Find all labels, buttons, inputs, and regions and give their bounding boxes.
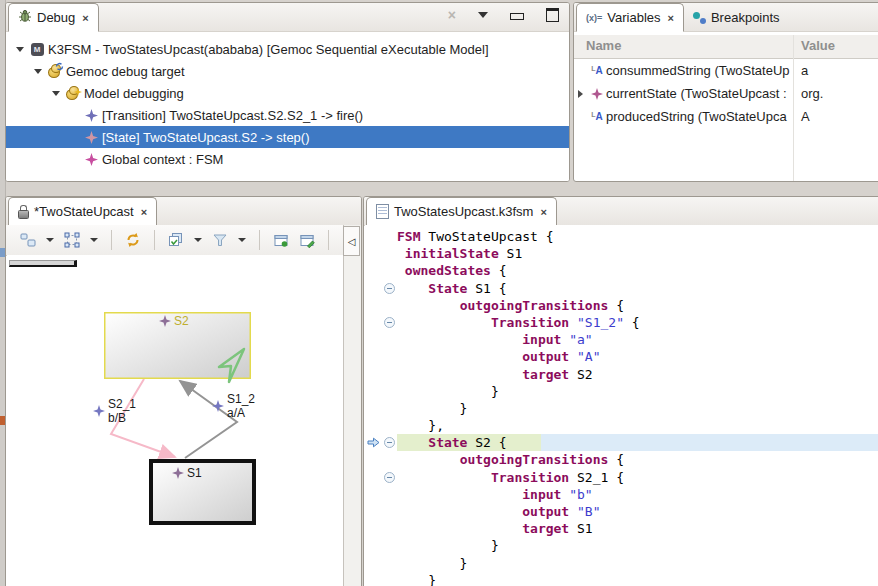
tree-row[interactable]: Global context : FSM [6, 148, 569, 170]
gutter [381, 400, 397, 417]
code-line[interactable]: Transition S2_1 { [365, 469, 878, 486]
fold-marker-icon[interactable] [381, 314, 397, 331]
code-line[interactable]: FSM TwoStateUpcast { [365, 228, 878, 245]
code-line[interactable]: input "a" [365, 331, 878, 348]
column-header-value[interactable]: Value [801, 38, 835, 53]
palette-collapse-icon[interactable]: ◁ [343, 226, 360, 256]
code-text: Transition "S1_2" { [397, 314, 640, 331]
code-text: } [397, 383, 499, 400]
gutter [365, 537, 381, 554]
arrange-dropdown-icon[interactable] [46, 238, 54, 242]
code-line[interactable]: } [365, 400, 878, 417]
code-line-current[interactable]: State S2 { [365, 434, 878, 451]
state-node-S1[interactable] [151, 461, 254, 523]
state-label-S1[interactable]: S1 [172, 466, 202, 480]
gutter [365, 503, 381, 520]
tab-diagram[interactable]: *TwoStateUpcast [8, 197, 157, 226]
code-line[interactable]: }, [365, 417, 878, 434]
code-line[interactable]: outgoingTransitions { [365, 451, 878, 468]
tree-row[interactable]: [Transition] TwoStateUpcast.S2.S2_1 -> f… [6, 104, 569, 126]
fold-marker-icon[interactable] [381, 434, 397, 451]
tab-k3fsm-file[interactable]: TwoStatesUpcast.k3fsm [366, 197, 557, 226]
debug-view: Debug MK3FSM - TwoStatesUpcast(abababa) … [5, 2, 570, 182]
remove-terminated-icon[interactable] [448, 8, 456, 22]
code-line[interactable]: target S1 [365, 520, 878, 537]
debug-bug-icon [18, 9, 32, 26]
debug-tree: MK3FSM - TwoStatesUpcast(abababa) [Gemoc… [6, 33, 569, 181]
arrange-all-icon[interactable] [18, 229, 38, 251]
gutter [365, 331, 381, 348]
tree-row[interactable]: [State] TwoStateUpcast.S2 -> step() [6, 126, 569, 148]
code-line[interactable]: } [365, 383, 878, 400]
variable-value: a [801, 63, 808, 78]
gutter [381, 503, 397, 520]
tab-breakpoints[interactable]: Breakpoints [684, 4, 789, 31]
gutter [365, 555, 381, 572]
tab-label: Breakpoints [711, 10, 780, 25]
variable-row[interactable]: LAproducedString (TwoStateUpcaA [574, 105, 878, 128]
code-area[interactable]: FSM TwoStateUpcast { initialState S1 own… [365, 225, 878, 586]
fold-marker-icon[interactable] [381, 280, 397, 297]
close-icon[interactable] [668, 12, 674, 24]
align-icon[interactable] [62, 229, 82, 251]
tree-row[interactable]: MK3FSM - TwoStatesUpcast(abababa) [Gemoc… [6, 38, 569, 60]
close-icon[interactable] [540, 206, 546, 218]
filter-dropdown-icon[interactable] [238, 238, 246, 242]
state-label-S2[interactable]: S2 [159, 314, 189, 328]
star-magenta-icon [82, 151, 100, 167]
toolbar-separator [111, 230, 112, 250]
code-text: input "b" [397, 486, 593, 503]
view-menu-icon[interactable] [478, 12, 488, 18]
filter-icon[interactable] [210, 229, 230, 251]
variables-tabbar: (x)= Variables Breakpoints [574, 3, 878, 32]
breakpoints-icon [693, 12, 706, 24]
code-editor: TwoStatesUpcast.k3fsm FSM TwoStateUpcast… [363, 196, 878, 586]
code-line[interactable]: target S2 [365, 366, 878, 383]
refresh-icon[interactable] [123, 229, 143, 251]
code-line[interactable]: } [365, 572, 878, 586]
fold-marker-icon[interactable] [381, 469, 397, 486]
gutter [365, 366, 381, 383]
tab-label: *TwoStateUpcast [34, 204, 134, 219]
code-line[interactable]: } [365, 537, 878, 554]
code-line[interactable]: output "B" [365, 503, 878, 520]
gutter [365, 486, 381, 503]
column-header-name[interactable]: Name [586, 38, 621, 53]
diagram-canvas[interactable]: S2S1S2_1b/BS1_2a/A [7, 255, 343, 586]
tab-debug[interactable]: Debug [8, 3, 99, 32]
layers-icon[interactable] [166, 229, 186, 251]
code-text: State S2 { [397, 434, 541, 451]
code-line[interactable]: State S1 { [365, 280, 878, 297]
close-icon[interactable] [82, 12, 88, 24]
maximize-icon[interactable] [546, 8, 559, 22]
tree-item-label: Model debugging [82, 86, 184, 101]
show-view-icon[interactable] [271, 229, 291, 251]
code-line[interactable]: ownedStates { [365, 262, 878, 279]
edit-view-icon[interactable] [297, 229, 317, 251]
code-line[interactable]: input "b" [365, 486, 878, 503]
code-line[interactable]: } [365, 555, 878, 572]
code-line[interactable]: outgoingTransitions { [365, 297, 878, 314]
variable-row[interactable]: LAconsummedString (TwoStateUpa [574, 59, 878, 82]
minimize-icon[interactable] [510, 13, 524, 20]
close-icon[interactable] [141, 206, 147, 218]
star-red-icon [82, 129, 100, 145]
code-line[interactable]: initialState S1 [365, 245, 878, 262]
tree-row[interactable]: Gemoc debug target [6, 60, 569, 82]
variables-table-header: Name Value [574, 35, 878, 59]
palette-strip: ◁ [343, 225, 361, 586]
code-line[interactable]: Transition "S1_2" { [365, 314, 878, 331]
transition-label-S1_2[interactable]: S1_2a/A [212, 392, 255, 420]
transition-label-S2_1[interactable]: S2_1b/B [93, 397, 136, 425]
code-line[interactable]: output "A" [365, 348, 878, 365]
gutter [365, 400, 381, 417]
tree-row[interactable]: Model debugging [6, 82, 569, 104]
tab-variables[interactable]: (x)= Variables [576, 3, 684, 32]
toolbar-separator [328, 230, 329, 250]
align-dropdown-icon[interactable] [90, 238, 98, 242]
layers-dropdown-icon[interactable] [194, 238, 202, 242]
star-blue-icon [82, 107, 100, 123]
variable-row[interactable]: currentState (TwoStateUpcast :org. [574, 82, 878, 105]
gutter [365, 572, 381, 586]
gutter [381, 451, 397, 468]
